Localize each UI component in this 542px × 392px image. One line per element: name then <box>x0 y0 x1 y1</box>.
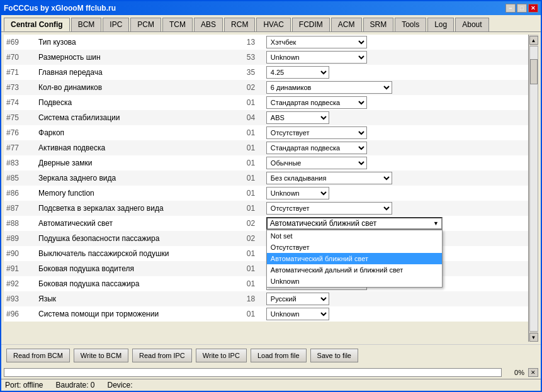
progress-close-button[interactable]: ✕ <box>528 368 538 377</box>
port-status: Port: offline <box>5 381 43 389</box>
table-row: #86 Memory function 01 UnknownYesNo <box>4 186 528 201</box>
read-from-ipc-button[interactable]: Read from IPC <box>132 349 192 362</box>
scroll-track[interactable] <box>529 46 538 332</box>
dropdown-item[interactable]: Отсутствует <box>267 242 442 253</box>
table-row-dropdown-open: #88 Автоматический свет 02 Автоматически… <box>4 216 528 231</box>
tab-bar: Central Config BCM IPC PCM TCM ABS RCM H… <box>1 15 541 32</box>
value-select[interactable]: ОтсутствуетПрисутствует <box>266 202 392 215</box>
row-value: ХэтчбекСеданУниверсал <box>264 35 528 50</box>
dropdown-list: Not set Отсутствует Автоматический ближн… <box>266 230 443 288</box>
table-row: #71 Главная передача 35 4.253.824.06 <box>4 65 528 80</box>
tab-hvac[interactable]: HVAC <box>256 18 290 31</box>
row-id: 01 <box>238 186 264 201</box>
dropdown-item[interactable]: Not set <box>267 230 442 242</box>
tab-rcm[interactable]: RCM <box>224 18 255 31</box>
row-label: Подвеска <box>36 95 238 110</box>
row-num: #96 <box>4 306 36 322</box>
row-value: 6 динамиков4 динамика2 динамика <box>264 80 528 95</box>
scroll-thumb[interactable] <box>530 59 538 84</box>
row-num: #86 <box>4 186 36 201</box>
scroll-down-button[interactable]: ▼ <box>529 333 538 342</box>
table-row: #74 Подвеска 01 Стандартая подвескаСпорт… <box>4 95 528 110</box>
row-label: Главная передача <box>36 65 238 80</box>
maximize-button[interactable]: □ <box>517 4 527 13</box>
row-num: #73 <box>4 80 36 95</box>
row-label: Выключатель пассажирской подушки <box>36 246 238 261</box>
row-label: Язык <box>36 291 238 306</box>
row-num: #77 <box>4 140 36 155</box>
tab-central-config[interactable]: Central Config <box>4 18 70 31</box>
value-select[interactable]: Стандартая подвескаСпортивная <box>266 96 367 109</box>
save-to-file-button[interactable]: Save to file <box>310 349 358 362</box>
value-select[interactable]: UnknownYesNo <box>266 187 329 199</box>
tab-tcm[interactable]: TCM <box>162 18 193 31</box>
value-select[interactable]: РусскийEnglishDeutsch <box>266 293 329 305</box>
row-label: Memory function <box>36 186 238 201</box>
row-value: Стандартая подвескаСпортивная <box>264 95 528 110</box>
value-select[interactable]: ОтсутствуетПрисутствует <box>266 126 367 139</box>
table-row: #83 Дверные замки 01 ОбычныеЭлектрически… <box>4 155 528 171</box>
row-num: #71 <box>4 65 36 80</box>
dropdown-item[interactable]: Автоматический дальний и ближний свет <box>267 264 442 276</box>
row-value: Автоматический ближний свет ▼ Not set От… <box>264 216 528 231</box>
scrollbar[interactable]: ▲ ▼ <box>528 35 538 342</box>
baudrate-status: Baudrate: 0 <box>55 381 94 389</box>
value-select[interactable]: ХэтчбекСеданУниверсал <box>266 36 367 48</box>
value-select[interactable]: Стандартая подвескаАктивная <box>266 142 367 154</box>
close-button[interactable]: ✕ <box>528 4 538 13</box>
row-id: 02 <box>238 216 264 231</box>
scroll-up-button[interactable]: ▲ <box>529 36 538 45</box>
row-id: 01 <box>238 276 264 291</box>
write-to-ipc-button[interactable]: Write to IPC <box>196 349 247 362</box>
load-from-file-button[interactable]: Load from file <box>251 349 307 362</box>
value-select[interactable]: Без складыванияСо складыванием <box>266 172 392 184</box>
row-id: 01 <box>238 95 264 110</box>
row-value: РусскийEnglishDeutsch <box>264 291 528 306</box>
row-id: 53 <box>238 50 264 65</box>
table-row: #70 Размерность шин 53 Unknown195/65 R15… <box>4 50 528 65</box>
title-bar: FoCCCus by xGloooM ffclub.ru − □ ✕ <box>1 1 541 15</box>
value-select[interactable]: 6 динамиков4 динамика2 динамика <box>266 81 392 94</box>
row-num: #87 <box>4 201 36 216</box>
value-select[interactable]: UnknownДаНет <box>266 308 329 320</box>
row-num: #69 <box>4 35 36 50</box>
tab-pcm[interactable]: PCM <box>130 18 161 31</box>
value-select[interactable]: Unknown195/65 R15205/55 R16 <box>266 51 367 64</box>
row-id: 02 <box>238 231 264 246</box>
dropdown-item-selected[interactable]: Автоматический ближний свет <box>267 253 442 264</box>
value-select[interactable]: ABSESPНет <box>266 111 329 124</box>
tab-tools[interactable]: Tools <box>395 18 426 31</box>
table-row: #87 Подсветка в зеркалах заднего вида 01… <box>4 201 528 216</box>
tab-acm[interactable]: ACM <box>331 18 362 31</box>
row-id: 35 <box>238 65 264 80</box>
open-dropdown-button[interactable]: Автоматический ближний свет ▼ <box>266 217 443 230</box>
progress-bar-area: 0% ✕ <box>1 366 541 379</box>
read-from-bcm-button[interactable]: Read from BCM <box>6 349 70 362</box>
row-id: 01 <box>238 155 264 171</box>
device-status: Device: <box>108 381 133 389</box>
tab-abs[interactable]: ABS <box>194 18 223 31</box>
row-id: 01 <box>238 140 264 155</box>
row-id: 01 <box>238 201 264 216</box>
row-id: 01 <box>238 246 264 261</box>
row-id: 01 <box>238 261 264 276</box>
row-value: UnknownYesNo <box>264 186 528 201</box>
write-to-bcm-button[interactable]: Write to BCM <box>74 349 128 362</box>
row-num: #93 <box>4 291 36 306</box>
tab-bcm[interactable]: BCM <box>71 18 102 31</box>
row-label: Система стабилизации <box>36 110 238 125</box>
dropdown-item[interactable]: Unknown <box>267 276 442 287</box>
tab-about[interactable]: About <box>455 18 488 31</box>
row-value: Unknown195/65 R15205/55 R16 <box>264 50 528 65</box>
row-num: #92 <box>4 276 36 291</box>
value-select[interactable]: 4.253.824.06 <box>266 66 329 79</box>
tab-log[interactable]: Log <box>427 18 454 31</box>
tab-ipc[interactable]: IPC <box>103 18 129 31</box>
tab-srm[interactable]: SRM <box>363 18 394 31</box>
value-select[interactable]: ОбычныеЭлектрические <box>266 157 367 169</box>
row-id: 02 <box>238 80 264 95</box>
table-row: #93 Язык 18 РусскийEnglishDeutsch <box>4 291 528 306</box>
tab-fcdim[interactable]: FCDIM <box>292 18 330 31</box>
row-value: UnknownДаНет <box>264 306 528 322</box>
minimize-button[interactable]: − <box>505 4 516 13</box>
